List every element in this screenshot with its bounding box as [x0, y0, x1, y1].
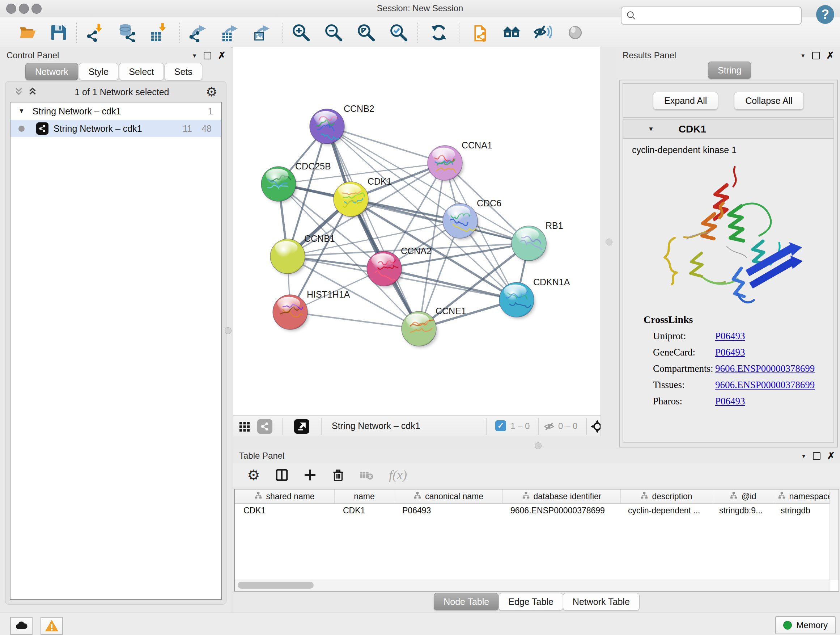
node-CCNA1[interactable]	[428, 146, 463, 182]
table-panel-close-icon[interactable]: ✗	[827, 451, 835, 461]
column-header-canonical-name[interactable]: canonical name	[394, 489, 503, 503]
tab-node-table[interactable]: Node Table	[434, 593, 499, 610]
tab-select[interactable]: Select	[119, 63, 164, 80]
preview-icon[interactable]	[565, 22, 585, 43]
selected-nodes-checkbox-icon[interactable]: ✓	[495, 420, 506, 431]
node-RB1[interactable]	[512, 226, 547, 262]
export-table-icon[interactable]	[219, 22, 240, 43]
cell-name[interactable]: CDK1	[334, 504, 393, 517]
crosslink-value-link[interactable]: 9606.ENSP00000378699	[715, 379, 815, 391]
results-panel-float-icon[interactable]	[812, 52, 820, 59]
results-panel-collapse-icon[interactable]: ▼	[800, 52, 806, 59]
node-CDC25B[interactable]	[261, 166, 297, 203]
node-CDK1[interactable]	[333, 182, 369, 218]
column-header-name[interactable]: name	[335, 489, 394, 503]
cell-canonical-name[interactable]: P06493	[393, 504, 502, 517]
show-columns-icon[interactable]	[274, 467, 290, 483]
collection-expand-icon[interactable]: ▼	[19, 108, 25, 115]
horizontal-splitter-handle[interactable]	[535, 442, 542, 449]
add-column-icon[interactable]	[302, 467, 318, 483]
crosslink-value-link[interactable]: P06493	[715, 396, 745, 407]
table-panel-collapse-icon[interactable]: ▼	[801, 453, 806, 459]
table-options-gear-icon[interactable]: ⚙	[246, 467, 262, 483]
home-icon[interactable]	[501, 22, 522, 43]
export-image-icon[interactable]	[251, 22, 272, 43]
function-builder-icon: f(x)	[389, 467, 407, 483]
crosslink-value-link[interactable]: P06493	[715, 331, 745, 342]
cell-namespace[interactable]: stringdb	[772, 504, 834, 517]
cell-shared-name[interactable]: CDK1	[235, 504, 334, 517]
delete-column-trash-icon[interactable]	[330, 467, 346, 483]
memory-button[interactable]: Memory	[775, 616, 836, 634]
tab-network[interactable]: Network	[25, 63, 78, 80]
gene-expand-icon[interactable]: ▼	[648, 126, 654, 133]
left-splitter-handle[interactable]	[225, 327, 232, 334]
column-header-database-identifier[interactable]: database identifier	[503, 489, 621, 503]
import-table-icon[interactable]	[148, 22, 169, 43]
table-panel-float-icon[interactable]	[813, 452, 821, 460]
crosslink-label: Tissues:	[653, 379, 715, 391]
node-HIST1H1A[interactable]	[273, 295, 309, 331]
refresh-icon[interactable]	[429, 22, 449, 43]
tab-network-table[interactable]: Network Table	[563, 593, 639, 610]
control-panel-float-icon[interactable]	[204, 52, 211, 59]
export-network-icon[interactable]	[188, 22, 208, 43]
node-CCNA2[interactable]	[367, 251, 403, 287]
collapse-all-button[interactable]: Collapse All	[734, 92, 804, 110]
cell-database-identifier[interactable]: 9606.ENSP00000378699	[502, 504, 619, 517]
toolbar-separator	[459, 22, 459, 43]
network-options-gear-icon[interactable]: ⚙	[206, 86, 218, 98]
table-horizontal-scrollbar[interactable]	[235, 580, 830, 591]
zoom-out-icon[interactable]	[324, 22, 344, 43]
hide-neighbors-icon[interactable]	[532, 22, 553, 43]
node-CDC6[interactable]	[443, 203, 478, 240]
tab-string[interactable]: String	[708, 62, 751, 79]
save-icon[interactable]	[49, 22, 69, 43]
network-view-canvas[interactable]: CCNB2CCNA1CDC25BCDK1CDC6RB1CCNB1CCNA2CDK…	[233, 47, 600, 415]
gene-header[interactable]: ▼ CDK1	[623, 120, 834, 139]
column-header--id[interactable]: @id	[712, 489, 774, 503]
table-header-row: shared namenamecanonical namedatabase id…	[235, 489, 838, 504]
grid-view-icon[interactable]	[237, 419, 252, 434]
tab-sets[interactable]: Sets	[164, 63, 202, 80]
network-collection-row[interactable]: ▼ String Network – cdk1 1	[11, 103, 221, 120]
network-share-icon[interactable]	[257, 419, 272, 434]
collapse-all-networks-icon[interactable]	[13, 87, 24, 97]
control-panel-close-icon[interactable]: ✗	[218, 51, 226, 60]
results-panel-close-icon[interactable]: ✗	[826, 51, 834, 60]
cloud-button[interactable]	[10, 617, 33, 635]
birdseye-view-icon[interactable]	[294, 419, 309, 434]
vertical-splitter-handle[interactable]	[606, 239, 613, 245]
tab-style[interactable]: Style	[79, 63, 118, 80]
vertical-splitter[interactable]	[600, 47, 618, 446]
document-network-icon[interactable]	[472, 22, 492, 43]
warnings-button[interactable]	[41, 617, 63, 635]
crosslink-value-link[interactable]: P06493	[715, 347, 745, 358]
control-panel-collapse-icon[interactable]: ▼	[192, 52, 197, 59]
cell--id[interactable]: stringdb:9...	[711, 504, 772, 517]
hidden-elements-eye-icon[interactable]	[542, 419, 557, 434]
zoom-fit-icon[interactable]	[356, 22, 376, 43]
zoom-in-icon[interactable]	[291, 22, 311, 43]
zoom-selected-icon[interactable]	[388, 22, 409, 43]
table-vertical-scrollbar[interactable]	[829, 489, 838, 580]
node-CDKN1A[interactable]	[499, 282, 535, 318]
import-network-icon[interactable]	[85, 22, 105, 43]
column-header-description[interactable]: description	[621, 489, 712, 503]
table-row[interactable]: CDK1CDK1P064939606.ENSP00000378699cyclin…	[235, 504, 838, 517]
folder-open-icon[interactable]	[18, 22, 38, 43]
column-header-shared-name[interactable]: shared name	[235, 489, 335, 503]
help-button[interactable]: ?	[816, 5, 834, 24]
expand-all-button[interactable]: Expand All	[653, 92, 718, 110]
crosslink-row: Pharos:P06493	[644, 396, 834, 407]
tab-edge-table[interactable]: Edge Table	[499, 593, 563, 610]
network-row-selected[interactable]: String Network – cdk1 11 48	[11, 120, 221, 137]
column-header-namespace[interactable]: namespace	[774, 489, 836, 503]
scrollbar-thumb[interactable]	[238, 582, 314, 589]
cell-description[interactable]: cyclin-dependent ...	[619, 504, 711, 517]
crosslink-value-link[interactable]: 9606.ENSP00000378699	[715, 363, 815, 374]
import-database-icon[interactable]	[117, 22, 137, 43]
search-input[interactable]	[640, 10, 801, 21]
node-CCNE1[interactable]	[401, 311, 437, 348]
expand-all-networks-icon[interactable]	[27, 87, 38, 97]
